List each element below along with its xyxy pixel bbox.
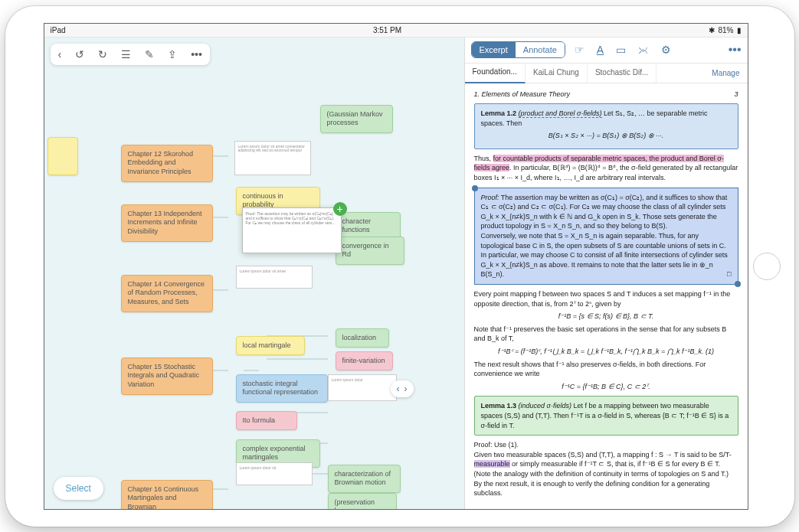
battery-icon: ▮: [737, 26, 742, 34]
sub-node[interactable]: characterization of Brownian motion: [328, 465, 401, 493]
section-title: 1. Elements of Measure Theory: [474, 90, 571, 100]
formula: f⁻¹B = {s ∈ S; f(s) ∈ B}, B ⊂ T.: [474, 312, 738, 321]
mindmap-pane[interactable]: ‹ ↺ ↻ ☰ ✎ ⇪ ••• Chapter 12 Skorohod Embe…: [44, 38, 464, 509]
lemma-title: (product and Borel σ-fields): [519, 109, 602, 118]
excerpt-thumb[interactable]: Lorem ipsum dolor sit amet: [236, 266, 313, 289]
sub-node[interactable]: (Gaussian Markov processes: [320, 105, 393, 133]
prev-page-icon[interactable]: ‹: [397, 383, 400, 394]
formula: f⁻¹Bᶜ = (f⁻¹B)ᶜ, f⁻¹⋃_k B_k = ⋃_k f⁻¹B_k…: [474, 347, 738, 357]
plus-icon: +: [333, 202, 347, 216]
next-page-icon[interactable]: ›: [404, 383, 408, 394]
doc-tab[interactable]: KaiLai Chung: [526, 63, 588, 83]
sub-node[interactable]: local martingale: [236, 336, 305, 356]
ipad-frame: iPad 3:51 PM ✱ 81% ▮ ‹ ↺ ↻ ☰ ✎ ⇪ •••: [5, 6, 794, 527]
chapter-node[interactable]: Chapter 14 Convergence of Random Process…: [121, 275, 213, 312]
share-icon[interactable]: ⇪: [165, 47, 180, 62]
sub-node[interactable]: Ito formula: [236, 411, 297, 431]
lemma-label: Lemma 1.3: [481, 402, 517, 410]
qed-icon: □: [727, 269, 731, 279]
lemma-title: (induced σ-fields): [519, 402, 571, 410]
sub-node[interactable]: localization: [336, 328, 389, 348]
page-nav: ‹ ›: [391, 380, 414, 397]
home-button[interactable]: [753, 253, 781, 280]
sub-node[interactable]: finite-variation: [336, 351, 393, 371]
excerpt-thumb[interactable]: Lorem ipsum dolor: [328, 374, 397, 401]
document-pane: Excerpt Annotate ☞ A ▭ ⩙ ⚙ ••• Foundatio…: [464, 38, 748, 509]
more-icon[interactable]: •••: [188, 47, 205, 62]
drag-preview[interactable]: Proof: The assertion may be written as σ…: [242, 207, 342, 253]
excerpt-thumb[interactable]: Lorem ipsum dolor sit amet consectetur a…: [234, 141, 311, 175]
doc-tab[interactable]: Foundation...: [465, 62, 526, 83]
crop-icon[interactable]: ▭: [613, 44, 629, 56]
page-number: 3: [734, 90, 738, 100]
text-style-icon[interactable]: A: [594, 44, 607, 56]
proof-text: Conversely, we note that S = X_n S_n is …: [481, 232, 728, 278]
paragraph: Thus, for countable products of separabl…: [474, 154, 738, 183]
doc-tabs: Foundation... KaiLai Chung Stochastic Di…: [465, 64, 748, 83]
back-icon[interactable]: ‹: [55, 47, 65, 62]
paragraph: Given two measurable spaces (S,S) and (T…: [474, 450, 738, 498]
selection-handle[interactable]: [472, 185, 478, 191]
device-label: iPad: [51, 26, 66, 34]
hand-icon[interactable]: ☞: [571, 44, 588, 56]
lemma-box[interactable]: Lemma 1.2 (product and Borel σ-fields) L…: [474, 103, 738, 149]
sub-node[interactable]: (preservation laws: [328, 493, 397, 509]
split-view: ‹ ↺ ↻ ☰ ✎ ⇪ ••• Chapter 12 Skorohod Embe…: [44, 38, 748, 509]
doc-tab[interactable]: Stochastic Dif...: [588, 63, 657, 83]
select-mode-button[interactable]: Select: [54, 477, 103, 500]
chapter-node[interactable]: Chapter 13 Independent Increments and In…: [121, 204, 213, 242]
proof-text: The assertion may be written as σ(C₁) = …: [481, 194, 728, 230]
lemma-label: Lemma 1.2: [481, 109, 517, 117]
outline-icon[interactable]: ☰: [118, 47, 134, 62]
paragraph: Note that f⁻¹ preserves the basic set op…: [474, 325, 738, 344]
redo-icon[interactable]: ↻: [95, 47, 110, 62]
screen: iPad 3:51 PM ✱ 81% ▮ ‹ ↺ ↻ ☰ ✎ ⇪ •••: [44, 23, 748, 510]
status-bar: iPad 3:51 PM ✱ 81% ▮: [44, 24, 748, 38]
doc-header: 1. Elements of Measure Theory 3: [474, 90, 738, 100]
manage-link[interactable]: Manage: [704, 69, 747, 77]
mindmap-canvas[interactable]: Chapter 12 Skorohod Embedding and Invari…: [44, 38, 464, 509]
paragraph: Proof: Use (1).: [474, 440, 738, 450]
proof-label: Proof:: [481, 194, 499, 201]
sub-node[interactable]: stochastic integral functional represent…: [236, 374, 328, 403]
undo-icon[interactable]: ↺: [72, 47, 87, 62]
status-right: ✱ 81% ▮: [709, 26, 741, 34]
annotate-tab[interactable]: Annotate: [516, 42, 565, 57]
chapter-node[interactable]: Chapter 16 Continuous Martingales and Br…: [121, 480, 213, 509]
lemma-box[interactable]: Lemma 1.3 (induced σ-fields) Let f be a …: [474, 396, 738, 436]
chapter-node[interactable]: Chapter 15 Stochastic Integrals and Quad…: [121, 357, 213, 395]
chapter-node[interactable]: Chapter 12 Skorohod Embedding and Invari…: [121, 145, 213, 182]
sub-node[interactable]: convergence in Rd: [336, 237, 404, 265]
excerpt-tab[interactable]: Excerpt: [472, 42, 516, 57]
excerpt-thumb[interactable]: Lorem ipsum dolor sit: [236, 462, 313, 485]
right-toolbar: Excerpt Annotate ☞ A ▭ ⩙ ⚙ •••: [465, 38, 748, 64]
highlight: measurable: [474, 460, 510, 468]
doc-body[interactable]: 1. Elements of Measure Theory 3 Lemma 1.…: [465, 83, 748, 509]
root-node[interactable]: [47, 137, 78, 175]
paragraph: Every point mapping f between two spaces…: [474, 289, 738, 308]
graph-icon[interactable]: ⩙: [635, 44, 652, 56]
bluetooth-icon: ✱: [709, 26, 715, 34]
formula: f⁻¹C = {f⁻¹B; B ∈ C}, C ⊂ 2ᵀ.: [474, 382, 738, 392]
battery-label: 81%: [718, 26, 733, 34]
edit-icon[interactable]: ✎: [142, 47, 157, 62]
more-icon[interactable]: •••: [729, 43, 742, 57]
mode-segment[interactable]: Excerpt Annotate: [471, 41, 565, 58]
selection-handle[interactable]: [735, 281, 741, 287]
left-toolbar: ‹ ↺ ↻ ☰ ✎ ⇪ •••: [51, 44, 210, 65]
selection-box[interactable]: Proof: The assertion may be written as σ…: [474, 188, 738, 285]
formula: B(S₁ × S₂ × ···) = B(S₁) ⊗ B(S₂) ⊗ ···.: [481, 131, 732, 141]
settings-icon[interactable]: ⚙: [658, 44, 674, 56]
paragraph: The next result shows that f⁻¹ also pres…: [474, 360, 738, 379]
clock: 3:51 PM: [373, 26, 401, 34]
